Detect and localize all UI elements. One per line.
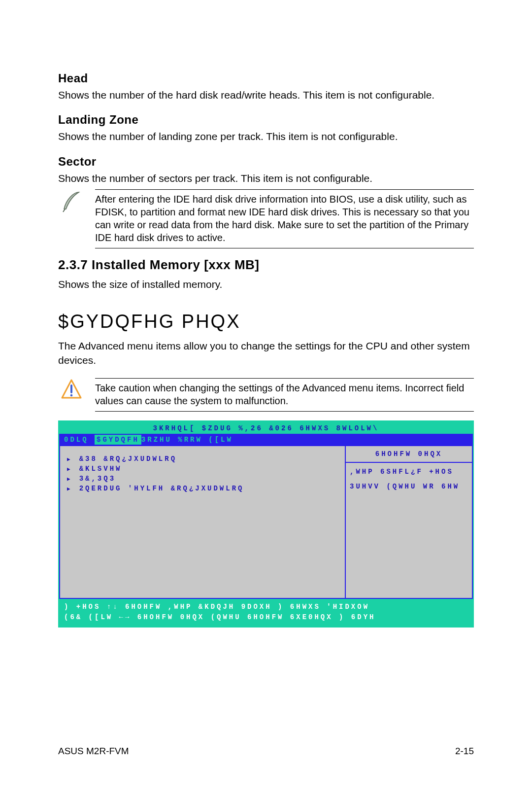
- paragraph-head: Shows the number of the hard disk read/w…: [58, 88, 474, 102]
- bios-footer: ) +HOS ↑↓ 6HOHFW ,WHP &KDQJH 9DOXH ) 6HW…: [59, 599, 473, 627]
- note-caution-text: Take caution when changing the settings …: [95, 378, 474, 412]
- paragraph-installed-memory: Shows the size of installed memory.: [58, 278, 474, 291]
- note-fdisk: After entering the IDE hard disk drive i…: [58, 189, 474, 248]
- triangle-icon: ▶: [67, 466, 72, 472]
- paragraph-advanced-menu: The Advanced menu items allow you to cha…: [58, 339, 474, 367]
- svg-point-2: [70, 394, 73, 397]
- heading-head: Head: [58, 71, 474, 85]
- triangle-icon: ▶: [67, 456, 72, 462]
- bios-footer-line1: ) +HOS ↑↓ 6HOHFW ,WHP &KDQJH 9DOXH ) 6HW…: [64, 602, 468, 612]
- page-footer: ASUS M2R-FVM 2-15: [58, 746, 474, 757]
- warning-icon: [58, 378, 95, 403]
- bios-menu-list: ▶&38 &RQ¿JXUDWLRQ ▶&KLSVHW ▶3&,3Q3 ▶2QER…: [60, 446, 345, 598]
- paragraph-landing-zone: Shows the number of landing zone per tra…: [58, 130, 474, 143]
- heading-landing-zone: Landing Zone: [58, 113, 474, 127]
- bios-item-onboard-device: ▶2QERDUG 'HYLFH &RQ¿JXUDWLRQ: [67, 485, 340, 492]
- bios-help-pane: 6HOHFW 0HQX ,WHP 6SHFL¿F +HOS 3UHVV (QWH…: [345, 446, 472, 598]
- bios-item-label: 2QERDUG 'HYLFH &RQ¿JXUDWLRQ: [79, 485, 244, 492]
- heading-sector: Sector: [58, 155, 474, 169]
- bios-item-pcipnp: ▶3&,3Q3: [67, 475, 340, 483]
- note-fdisk-text: After entering the IDE hard disk drive i…: [95, 189, 474, 248]
- bios-help-line1: ,WHP 6SHFL¿F +HOS: [350, 468, 468, 476]
- bios-item-chipset: ▶&KLSVHW: [67, 465, 340, 473]
- footer-model: ASUS M2R-FVM: [58, 746, 129, 757]
- feather-icon: [58, 189, 95, 217]
- bios-tab-main: 0DLQ: [64, 436, 89, 444]
- bios-item-label: &38 &RQ¿JXUDWLRQ: [79, 455, 177, 463]
- svg-line-0: [63, 209, 65, 212]
- note-caution: Take caution when changing the settings …: [58, 378, 474, 412]
- triangle-icon: ▶: [67, 476, 72, 482]
- bios-title: 3KRHQL[ $ZDUG %,26 &026 6HWXS 8WLOLW\: [59, 421, 473, 434]
- bios-help-heading: 6HOHFW 0HQX: [346, 446, 472, 463]
- bios-tab-advanced: $GYDQFH: [95, 435, 141, 445]
- bios-tabs: 0DLQ $GYDQFH3RZHU %RRW ([LW: [59, 434, 473, 446]
- bios-footer-line2: (6& ([LW ←→ 6HOHFW 0HQX (QWHU 6HOHFW 6XE…: [64, 612, 468, 623]
- bios-screen: 3KRHQL[ $ZDUG %,26 &026 6HWXS 8WLOLW\ 0D…: [58, 420, 474, 628]
- footer-page-number: 2-15: [455, 746, 474, 757]
- bios-item-label: 3&,3Q3: [79, 475, 116, 483]
- heading-installed-memory: 2.3.7 Installed Memory [xxx MB]: [58, 257, 474, 273]
- bios-tab-rest: 3RZHU %RRW ([LW: [141, 436, 233, 444]
- bios-item-label: &KLSVHW: [79, 465, 122, 473]
- triangle-icon: ▶: [67, 486, 72, 492]
- heading-advanced-menu: $GYDQFHG PHQX: [58, 311, 474, 332]
- paragraph-sector: Shows the number of sectors per track. T…: [58, 172, 474, 185]
- bios-item-cpu-configuration: ▶&38 &RQ¿JXUDWLRQ: [67, 455, 340, 463]
- bios-help-line2: 3UHVV (QWHU WR 6HW: [350, 483, 468, 490]
